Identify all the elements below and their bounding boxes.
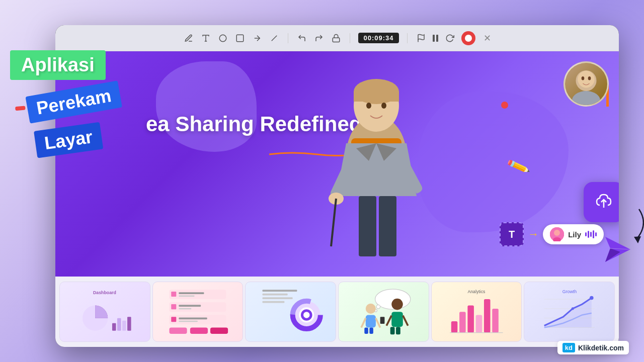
svg-line-72 xyxy=(403,316,408,326)
svg-rect-16 xyxy=(354,92,399,102)
layar-label: Layar xyxy=(43,126,94,154)
svg-rect-70 xyxy=(392,312,404,327)
layar-wrapper: Layar xyxy=(34,122,103,158)
svg-marker-94 xyxy=(634,236,641,243)
svg-rect-68 xyxy=(380,317,385,324)
svg-rect-50 xyxy=(262,294,287,296)
svg-rect-38 xyxy=(170,302,226,312)
svg-rect-41 xyxy=(179,308,191,309)
svg-point-60 xyxy=(377,305,381,309)
thumbnail-3[interactable] xyxy=(245,282,336,342)
thumbnail-6[interactable]: Growth xyxy=(524,282,615,342)
perekam-wrapper: Perekam xyxy=(25,80,122,123)
blob-decoration-2 xyxy=(156,61,257,152)
perekam-red-accent xyxy=(15,106,26,111)
close-button[interactable]: ✕ xyxy=(484,33,491,44)
svg-rect-81 xyxy=(492,309,499,333)
paper-airplane-decoration xyxy=(603,234,633,266)
main-content-area: ea Sharing Redefined ✏️ xyxy=(55,51,619,277)
labels-container: Aplikasi Perekam Layar xyxy=(10,50,121,153)
svg-rect-66 xyxy=(365,327,369,334)
svg-line-64 xyxy=(361,318,366,328)
toolbar-separator-1 xyxy=(288,33,288,43)
svg-rect-44 xyxy=(179,317,207,319)
pen-tool-icon[interactable] xyxy=(183,33,194,44)
svg-line-21 xyxy=(331,199,336,246)
audio-bars xyxy=(585,230,597,238)
svg-point-2 xyxy=(220,35,227,42)
svg-point-17 xyxy=(366,103,371,109)
svg-point-89 xyxy=(590,296,594,300)
svg-point-11 xyxy=(582,76,585,80)
text-tool-icon[interactable] xyxy=(200,33,211,44)
svg-point-26 xyxy=(554,230,560,236)
recording-timer: 00:09:34 xyxy=(358,33,398,43)
svg-point-9 xyxy=(572,91,600,107)
svg-rect-46 xyxy=(170,327,187,334)
lily-avatar xyxy=(550,227,564,241)
svg-rect-67 xyxy=(370,327,374,334)
aplikasi-label: Aplikasi xyxy=(10,50,106,80)
svg-rect-35 xyxy=(171,292,176,297)
svg-text:Growth: Growth xyxy=(562,289,577,294)
svg-rect-42 xyxy=(170,315,226,324)
record-dot xyxy=(465,35,472,42)
arrow-tool-icon[interactable] xyxy=(252,33,263,44)
thumbnail-1[interactable]: Dashboard xyxy=(59,282,150,342)
line-tool-icon[interactable] xyxy=(269,33,280,44)
svg-rect-22 xyxy=(359,196,376,256)
red-dot-decoration xyxy=(501,102,508,109)
lily-name-label: Lily xyxy=(568,230,581,239)
presenter-figure xyxy=(311,55,442,277)
svg-rect-39 xyxy=(171,304,176,309)
svg-rect-76 xyxy=(451,321,458,333)
svg-point-12 xyxy=(588,76,591,80)
svg-rect-43 xyxy=(171,317,176,322)
undo-icon[interactable] xyxy=(296,33,307,44)
svg-rect-6 xyxy=(333,38,340,42)
circle-tool-icon[interactable] xyxy=(217,33,228,44)
upload-button[interactable] xyxy=(584,182,619,222)
svg-rect-51 xyxy=(262,297,292,299)
svg-text:Analytics: Analytics xyxy=(467,289,486,294)
svg-point-58 xyxy=(303,312,310,318)
svg-rect-33 xyxy=(127,317,131,331)
svg-rect-77 xyxy=(459,312,466,332)
svg-rect-36 xyxy=(179,292,204,294)
svg-rect-48 xyxy=(210,327,228,334)
svg-rect-78 xyxy=(467,305,474,332)
lock-icon[interactable] xyxy=(331,33,342,44)
kd-badge: kd xyxy=(562,343,575,352)
svg-rect-49 xyxy=(262,290,297,292)
svg-rect-37 xyxy=(179,295,194,297)
record-button[interactable] xyxy=(461,31,475,45)
svg-rect-47 xyxy=(190,327,208,334)
refresh-icon[interactable] xyxy=(444,33,455,44)
thumbnail-4[interactable] xyxy=(338,282,429,342)
svg-point-18 xyxy=(381,103,386,109)
svg-rect-40 xyxy=(179,305,201,307)
toolbar-separator-3 xyxy=(407,33,408,43)
svg-rect-52 xyxy=(262,301,284,303)
svg-point-69 xyxy=(392,299,404,310)
thumbnail-2[interactable] xyxy=(152,282,244,342)
thumbnail-5[interactable]: Analytics xyxy=(431,282,522,342)
flag-icon[interactable] xyxy=(416,33,427,44)
thumbnails-bar: Dashboard xyxy=(55,277,619,347)
perekam-label: Perekam xyxy=(35,85,113,119)
tts-text-icon[interactable]: T xyxy=(500,222,524,246)
svg-line-5 xyxy=(272,35,277,41)
toolbar-separator-2 xyxy=(350,33,350,43)
rect-tool-icon[interactable] xyxy=(234,33,246,44)
lily-tts-pill[interactable]: Lily xyxy=(543,224,604,244)
presenter-avatar xyxy=(564,61,609,107)
pause-button[interactable] xyxy=(433,35,438,42)
svg-rect-80 xyxy=(484,299,491,332)
screen-container: 00:09:34 ✕ ea Sharing Red xyxy=(55,25,619,347)
svg-rect-63 xyxy=(366,315,376,327)
svg-line-65 xyxy=(376,318,380,328)
svg-rect-30 xyxy=(112,323,116,331)
svg-rect-74 xyxy=(396,327,400,334)
svg-rect-31 xyxy=(117,318,121,331)
redo-icon[interactable] xyxy=(313,33,325,44)
